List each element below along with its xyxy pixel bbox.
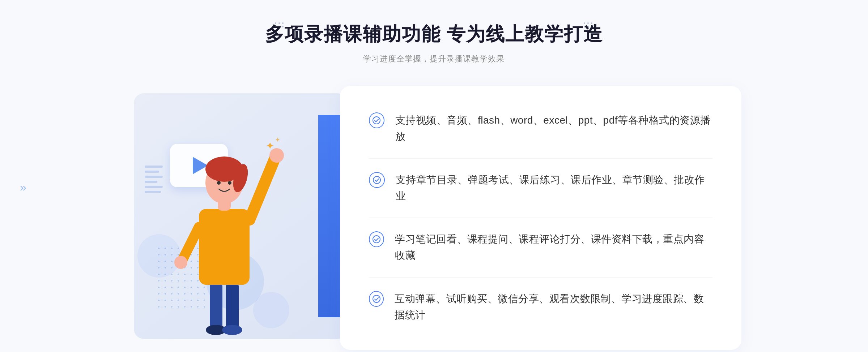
- illustration-card: »: [134, 93, 347, 339]
- feature-item-2: 支持章节目录、弹题考试、课后练习、课后作业、章节测验、批改作业: [369, 172, 712, 205]
- main-title: 多项录播课辅助功能 专为线上教学打造: [265, 22, 603, 47]
- features-panel: 支持视频、音频、flash、word、excel、ppt、pdf等各种格式的资源…: [340, 86, 741, 350]
- svg-point-20: [373, 295, 380, 302]
- feature-item-3: 学习笔记回看、课程提问、课程评论打分、课件资料下载，重点内容收藏: [369, 231, 712, 264]
- svg-point-14: [228, 181, 231, 185]
- divider-3: [369, 277, 712, 278]
- svg-point-13: [217, 181, 221, 185]
- deco-stripes: [145, 166, 163, 231]
- check-icon-2: [369, 172, 385, 188]
- svg-rect-1: [226, 281, 239, 332]
- svg-point-17: [373, 117, 380, 124]
- header-section: 多项录播课辅助功能 专为线上教学打造 学习进度全掌握，提升录播课教学效果: [265, 22, 603, 64]
- content-area: »: [127, 86, 741, 350]
- check-icon-4: [369, 291, 384, 307]
- feature-item-4: 互动弹幕、试听购买、微信分享、观看次数限制、学习进度跟踪、数据统计: [369, 291, 712, 323]
- feature-text-3: 学习笔记回看、课程提问、课程评论打分、课件资料下载，重点内容收藏: [395, 231, 712, 264]
- left-arrow-decoration: »: [20, 181, 26, 194]
- page-container: 多项录播课辅助功能 专为线上教学打造 学习进度全掌握，提升录播课教学效果 »: [0, 0, 868, 352]
- svg-text:✦: ✦: [275, 136, 280, 143]
- svg-rect-0: [210, 281, 222, 332]
- person-figure: ✦ ✦: [163, 129, 286, 339]
- check-icon-1: [369, 112, 384, 128]
- svg-line-6: [183, 227, 199, 259]
- feature-item-1: 支持视频、音频、flash、word、excel、ppt、pdf等各种格式的资源…: [369, 112, 712, 145]
- svg-rect-4: [199, 209, 250, 285]
- feature-text-2: 支持章节目录、弹题考试、课后练习、课后作业、章节测验、批改作业: [396, 172, 712, 205]
- svg-text:✦: ✦: [266, 140, 274, 151]
- divider-2: [369, 218, 712, 218]
- sub-title: 学习进度全掌握，提升录播课教学效果: [265, 53, 603, 64]
- check-icon-3: [369, 231, 384, 247]
- svg-point-8: [174, 256, 187, 269]
- svg-point-18: [373, 176, 380, 184]
- feature-text-4: 互动弹幕、试听购买、微信分享、观看次数限制、学习进度跟踪、数据统计: [395, 291, 712, 323]
- illustration-wrapper: »: [127, 86, 362, 350]
- svg-point-3: [222, 325, 242, 335]
- divider-1: [369, 158, 712, 159]
- feature-text-1: 支持视频、音频、flash、word、excel、ppt、pdf等各种格式的资源…: [395, 112, 712, 145]
- svg-line-5: [250, 158, 275, 220]
- svg-point-19: [373, 236, 380, 243]
